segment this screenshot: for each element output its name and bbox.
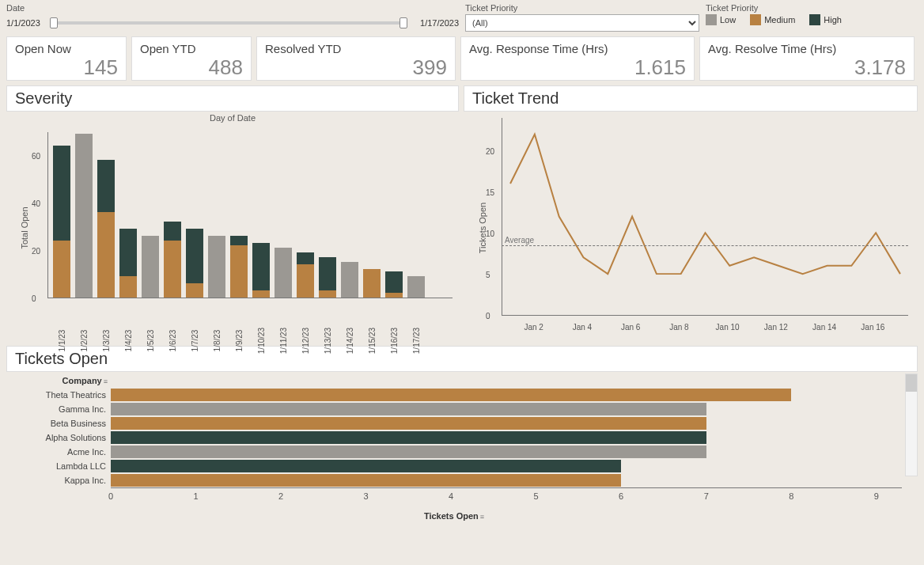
kpi-card[interactable]: Resolved YTD399	[256, 36, 456, 81]
severity-xtick: 1/9/23	[235, 330, 244, 352]
tickets-bar[interactable]	[111, 460, 621, 472]
tickets-xtick: 0	[108, 491, 113, 501]
trend-xtick: Jan 14	[812, 323, 836, 332]
severity-bar-segment-low	[341, 262, 358, 298]
severity-bar[interactable]: 1/3/23	[97, 160, 115, 298]
kpi-card[interactable]: Open Now145	[6, 36, 127, 81]
tickets-company-label: Kappa Inc.	[6, 476, 111, 485]
sort-icon: ≡	[480, 513, 484, 521]
date-start-label: 1/1/2023	[6, 18, 40, 28]
trend-xtick: Jan 2	[524, 323, 543, 332]
severity-bar-segment-medium	[53, 241, 70, 298]
tickets-scrollbar[interactable]	[905, 374, 918, 476]
severity-bar[interactable]: 1/14/23	[341, 262, 358, 298]
tickets-x-axis-title[interactable]: Tickets Open≡	[6, 511, 902, 521]
severity-bar-segment-medium	[230, 245, 248, 298]
severity-bar[interactable]: 1/7/23	[186, 229, 203, 298]
severity-bar[interactable]: 1/12/23	[297, 252, 314, 298]
tickets-xtick: 4	[449, 491, 453, 501]
legend-items: LowMediumHigh	[706, 14, 915, 25]
severity-xtick: 1/13/23	[324, 328, 332, 354]
legend-label: Medium	[764, 15, 795, 25]
date-slider[interactable]: 1/1/2023 1/17/2023	[6, 14, 459, 32]
severity-bar[interactable]: 1/16/23	[385, 271, 403, 298]
tickets-x-axis: 0123456789	[111, 487, 902, 510]
date-slider-handle-end[interactable]	[400, 17, 407, 28]
severity-bar-segment-high	[297, 252, 314, 264]
severity-bar[interactable]: 1/17/23	[407, 276, 425, 298]
severity-xtick: 1/1/23	[58, 330, 66, 352]
trend-average-line	[502, 245, 908, 246]
severity-ytick: 40	[32, 199, 40, 208]
tickets-bar[interactable]	[111, 474, 621, 487]
date-end-label: 1/17/2023	[420, 18, 459, 28]
tickets-row[interactable]: Gamma Inc.	[6, 402, 902, 416]
tickets-row[interactable]: Alpha Solutions	[6, 430, 902, 445]
date-slider-handle-start[interactable]	[50, 17, 58, 28]
severity-bar[interactable]: 1/8/23	[208, 236, 225, 298]
trend-xtick: Jan 16	[861, 323, 884, 332]
severity-bar[interactable]: 1/6/23	[164, 222, 181, 298]
tickets-row[interactable]: Beta Business	[6, 416, 902, 430]
severity-x-axis-title: Day of Date	[6, 113, 459, 123]
tickets-open-chart[interactable]: Company≡ Theta TheatricsGamma Inc.Beta B…	[6, 374, 918, 514]
tickets-bar[interactable]	[111, 389, 791, 401]
kpi-card[interactable]: Avg. Response Time (Hrs)1.615	[460, 36, 695, 81]
tickets-row[interactable]: Theta Theatrics	[6, 388, 902, 402]
severity-bar-segment-medium	[385, 293, 403, 298]
severity-bar[interactable]: 1/1/23	[53, 146, 70, 298]
kpi-value: 1.615	[469, 55, 686, 80]
legend-item-medium[interactable]: Medium	[750, 14, 795, 25]
kpi-title: Open YTD	[140, 42, 243, 55]
severity-bar-segment-high	[119, 229, 137, 276]
tickets-row-header[interactable]: Company≡	[6, 376, 111, 385]
kpi-row: Open Now145Open YTD488Resolved YTD399Avg…	[0, 32, 924, 85]
tickets-bar[interactable]	[111, 446, 706, 458]
severity-bar-segment-high	[385, 271, 403, 293]
trend-ytick: 5	[486, 270, 490, 279]
severity-bar-segment-medium	[297, 264, 314, 298]
legend-label: Low	[720, 15, 736, 25]
severity-panel: Severity Day of Date Total Open 1/1/231/…	[6, 85, 459, 343]
tickets-xtick: 3	[364, 491, 369, 501]
severity-bar[interactable]: 1/13/23	[319, 257, 336, 298]
trend-y-axis-title: Tickets Open	[478, 203, 487, 253]
severity-bar[interactable]: 1/10/23	[252, 243, 270, 298]
severity-xtick: 1/8/23	[213, 330, 222, 352]
trend-average-label: Average	[505, 236, 534, 245]
severity-chart[interactable]: Day of Date Total Open 1/1/231/2/231/3/2…	[6, 113, 459, 343]
severity-bar[interactable]: 1/11/23	[275, 248, 292, 298]
severity-bar[interactable]: 1/15/23	[363, 269, 381, 298]
tickets-bar-area	[111, 474, 902, 487]
legend-item-low[interactable]: Low	[706, 14, 736, 25]
kpi-value: 399	[265, 55, 447, 80]
tickets-xtick: 9	[874, 491, 879, 501]
tickets-bar-area	[111, 431, 902, 444]
severity-bar[interactable]: 1/9/23	[230, 236, 248, 298]
severity-bar-segment-medium	[186, 283, 203, 298]
severity-xtick: 1/3/23	[102, 330, 111, 352]
tickets-xtick: 7	[704, 491, 709, 501]
tickets-bar[interactable]	[111, 431, 706, 444]
kpi-value: 488	[140, 55, 243, 80]
tickets-bar[interactable]	[111, 417, 706, 430]
trend-line[interactable]	[510, 135, 900, 274]
trend-chart[interactable]: Tickets Open 05101520AverageJan 2Jan 4Ja…	[464, 113, 918, 343]
priority-select[interactable]: (All)	[465, 14, 699, 32]
severity-bar-segment-low	[75, 134, 93, 298]
kpi-card[interactable]: Open YTD488	[131, 36, 252, 81]
tickets-row[interactable]: Kappa Inc.	[6, 473, 902, 487]
severity-bar[interactable]: 1/5/23	[142, 236, 159, 298]
trend-ytick: 10	[486, 229, 494, 237]
severity-bar[interactable]: 1/2/23	[75, 134, 93, 298]
severity-bar[interactable]: 1/4/23	[119, 229, 137, 298]
tickets-scrollbar-thumb[interactable]	[906, 374, 917, 392]
kpi-card[interactable]: Avg. Resolve Time (Hrs)3.178	[699, 36, 915, 81]
trend-xtick: Jan 4	[573, 323, 592, 332]
severity-bar-segment-high	[252, 243, 270, 290]
middle-row: Severity Day of Date Total Open 1/1/231/…	[0, 85, 924, 343]
tickets-row[interactable]: Acme Inc.	[6, 445, 902, 459]
tickets-row[interactable]: Lambda LLC	[6, 459, 902, 473]
tickets-bar[interactable]	[111, 403, 706, 415]
legend-item-high[interactable]: High	[809, 14, 842, 25]
